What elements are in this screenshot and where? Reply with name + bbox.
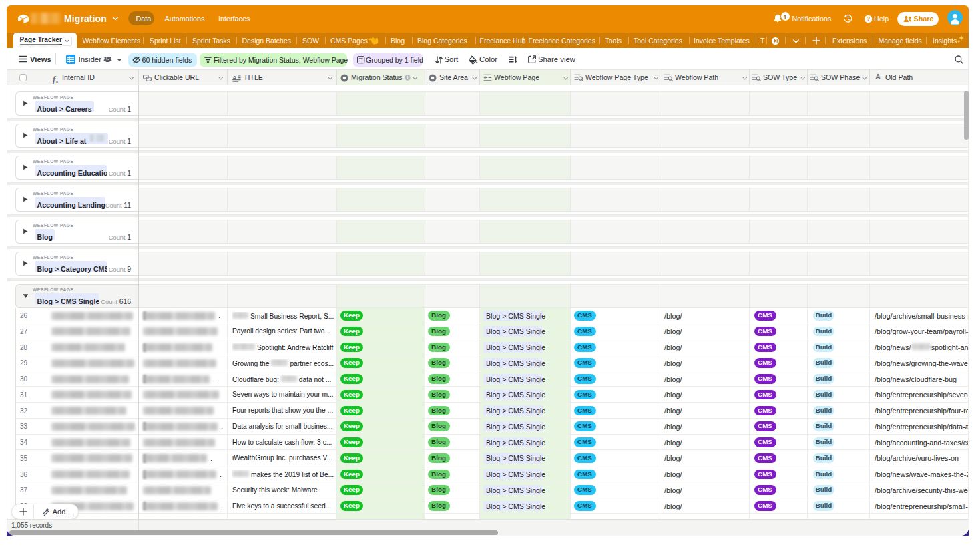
svg-text:?: ?	[867, 15, 870, 22]
